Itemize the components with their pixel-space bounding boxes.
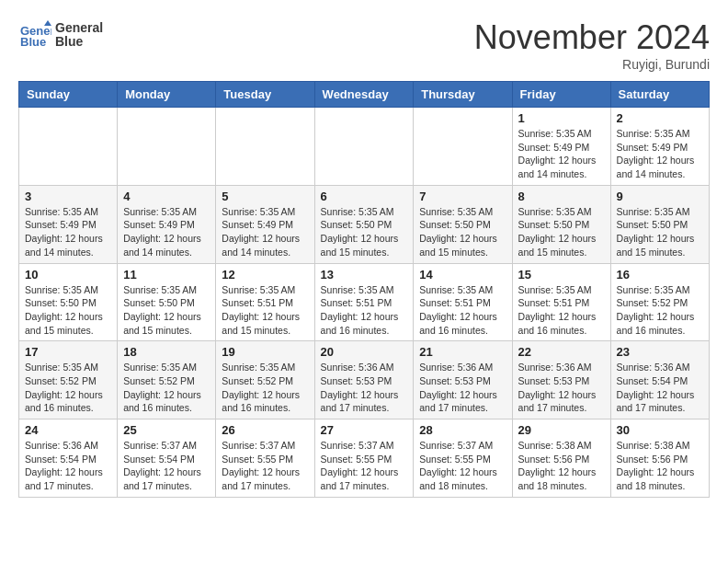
logo-line1: General — [55, 21, 103, 35]
calendar-cell: 2Sunrise: 5:35 AM Sunset: 5:49 PM Daylig… — [610, 108, 709, 186]
day-info: Sunrise: 5:35 AM Sunset: 5:52 PM Dayligh… — [222, 361, 308, 415]
day-number: 1 — [518, 111, 605, 125]
day-info: Sunrise: 5:35 AM Sunset: 5:52 PM Dayligh… — [123, 361, 210, 415]
calendar-cell: 1Sunrise: 5:35 AM Sunset: 5:49 PM Daylig… — [512, 108, 610, 186]
calendar-cell — [19, 108, 118, 186]
weekday-header-friday: Friday — [512, 82, 610, 108]
calendar-cell — [118, 108, 216, 186]
day-number: 22 — [518, 345, 605, 359]
calendar-cell: 10Sunrise: 5:35 AM Sunset: 5:50 PM Dayli… — [19, 263, 118, 341]
calendar-cell: 6Sunrise: 5:35 AM Sunset: 5:50 PM Daylig… — [314, 185, 414, 263]
calendar-cell: 27Sunrise: 5:37 AM Sunset: 5:55 PM Dayli… — [314, 419, 414, 498]
logo-text: General Blue — [55, 21, 103, 50]
day-number: 13 — [321, 268, 408, 282]
day-number: 24 — [25, 423, 111, 437]
calendar-cell: 21Sunrise: 5:36 AM Sunset: 5:53 PM Dayli… — [414, 341, 512, 419]
weekday-header-wednesday: Wednesday — [314, 82, 414, 108]
day-number: 8 — [518, 190, 605, 203]
calendar-cell: 25Sunrise: 5:37 AM Sunset: 5:54 PM Dayli… — [118, 419, 216, 498]
calendar-cell: 3Sunrise: 5:35 AM Sunset: 5:49 PM Daylig… — [19, 185, 118, 263]
calendar-cell: 17Sunrise: 5:35 AM Sunset: 5:52 PM Dayli… — [19, 341, 118, 419]
day-info: Sunrise: 5:36 AM Sunset: 5:53 PM Dayligh… — [518, 361, 605, 415]
day-number: 4 — [123, 190, 210, 203]
day-number: 19 — [222, 345, 308, 359]
calendar-cell: 19Sunrise: 5:35 AM Sunset: 5:52 PM Dayli… — [216, 341, 314, 419]
calendar-table: SundayMondayTuesdayWednesdayThursdayFrid… — [18, 81, 710, 498]
day-info: Sunrise: 5:35 AM Sunset: 5:50 PM Dayligh… — [518, 205, 605, 259]
location: Ruyigi, Burundi — [474, 57, 710, 72]
calendar-cell: 16Sunrise: 5:35 AM Sunset: 5:52 PM Dayli… — [610, 263, 709, 341]
calendar-cell — [314, 108, 414, 186]
day-info: Sunrise: 5:37 AM Sunset: 5:55 PM Dayligh… — [419, 439, 506, 493]
day-info: Sunrise: 5:35 AM Sunset: 5:50 PM Dayligh… — [419, 205, 506, 259]
day-number: 25 — [123, 423, 210, 437]
svg-marker-2 — [44, 20, 51, 26]
day-info: Sunrise: 5:35 AM Sunset: 5:50 PM Dayligh… — [617, 205, 703, 259]
title-section: November 2024 Ruyigi, Burundi — [474, 18, 710, 72]
day-number: 27 — [321, 423, 408, 437]
day-number: 17 — [25, 345, 111, 359]
day-info: Sunrise: 5:37 AM Sunset: 5:55 PM Dayligh… — [222, 439, 308, 493]
calendar-cell: 14Sunrise: 5:35 AM Sunset: 5:51 PM Dayli… — [414, 263, 512, 341]
calendar-week-3: 10Sunrise: 5:35 AM Sunset: 5:50 PM Dayli… — [19, 263, 710, 341]
day-info: Sunrise: 5:35 AM Sunset: 5:50 PM Dayligh… — [123, 283, 210, 338]
calendar-cell: 12Sunrise: 5:35 AM Sunset: 5:51 PM Dayli… — [216, 263, 314, 341]
calendar-cell: 20Sunrise: 5:36 AM Sunset: 5:53 PM Dayli… — [314, 341, 414, 419]
calendar-cell: 4Sunrise: 5:35 AM Sunset: 5:49 PM Daylig… — [118, 185, 216, 263]
calendar-week-1: 1Sunrise: 5:35 AM Sunset: 5:49 PM Daylig… — [19, 108, 710, 186]
day-number: 23 — [617, 345, 703, 359]
day-number: 2 — [617, 111, 703, 125]
day-info: Sunrise: 5:35 AM Sunset: 5:49 PM Dayligh… — [617, 127, 703, 181]
day-number: 26 — [222, 423, 308, 437]
calendar-cell: 13Sunrise: 5:35 AM Sunset: 5:51 PM Dayli… — [314, 263, 414, 341]
day-info: Sunrise: 5:35 AM Sunset: 5:49 PM Dayligh… — [222, 205, 308, 259]
day-info: Sunrise: 5:36 AM Sunset: 5:54 PM Dayligh… — [617, 361, 703, 415]
day-number: 10 — [25, 268, 111, 282]
day-info: Sunrise: 5:36 AM Sunset: 5:53 PM Dayligh… — [419, 361, 506, 415]
day-number: 5 — [222, 190, 308, 203]
weekday-header-row: SundayMondayTuesdayWednesdayThursdayFrid… — [19, 82, 710, 108]
day-info: Sunrise: 5:37 AM Sunset: 5:55 PM Dayligh… — [321, 439, 408, 493]
calendar-cell — [414, 108, 512, 186]
day-info: Sunrise: 5:35 AM Sunset: 5:49 PM Dayligh… — [25, 205, 111, 259]
calendar-cell: 9Sunrise: 5:35 AM Sunset: 5:50 PM Daylig… — [610, 185, 709, 263]
day-number: 18 — [123, 345, 210, 359]
day-number: 28 — [419, 423, 506, 437]
day-number: 7 — [419, 190, 506, 203]
day-info: Sunrise: 5:35 AM Sunset: 5:50 PM Dayligh… — [25, 283, 111, 338]
calendar-cell: 29Sunrise: 5:38 AM Sunset: 5:56 PM Dayli… — [512, 419, 610, 498]
calendar-cell: 22Sunrise: 5:36 AM Sunset: 5:53 PM Dayli… — [512, 341, 610, 419]
day-number: 16 — [617, 268, 703, 282]
calendar-cell: 11Sunrise: 5:35 AM Sunset: 5:50 PM Dayli… — [118, 263, 216, 341]
calendar-cell: 26Sunrise: 5:37 AM Sunset: 5:55 PM Dayli… — [216, 419, 314, 498]
day-number: 12 — [222, 268, 308, 282]
day-info: Sunrise: 5:35 AM Sunset: 5:51 PM Dayligh… — [518, 283, 605, 338]
logo-line2: Blue — [55, 35, 103, 49]
svg-text:Blue: Blue — [20, 35, 46, 49]
logo-icon: General Blue — [18, 18, 51, 52]
calendar-week-5: 24Sunrise: 5:36 AM Sunset: 5:54 PM Dayli… — [19, 419, 710, 498]
weekday-header-tuesday: Tuesday — [216, 82, 314, 108]
day-info: Sunrise: 5:36 AM Sunset: 5:53 PM Dayligh… — [321, 361, 408, 415]
day-number: 14 — [419, 268, 506, 282]
weekday-header-monday: Monday — [118, 82, 216, 108]
weekday-header-sunday: Sunday — [19, 82, 118, 108]
day-number: 9 — [617, 190, 703, 203]
day-info: Sunrise: 5:35 AM Sunset: 5:49 PM Dayligh… — [518, 127, 605, 181]
page-header: General Blue General Blue November 2024 … — [18, 18, 710, 72]
day-info: Sunrise: 5:35 AM Sunset: 5:51 PM Dayligh… — [222, 283, 308, 338]
day-number: 15 — [518, 268, 605, 282]
weekday-header-thursday: Thursday — [414, 82, 512, 108]
day-info: Sunrise: 5:35 AM Sunset: 5:50 PM Dayligh… — [321, 205, 408, 259]
calendar-cell: 5Sunrise: 5:35 AM Sunset: 5:49 PM Daylig… — [216, 185, 314, 263]
calendar-cell: 28Sunrise: 5:37 AM Sunset: 5:55 PM Dayli… — [414, 419, 512, 498]
weekday-header-saturday: Saturday — [610, 82, 709, 108]
day-number: 29 — [518, 423, 605, 437]
day-info: Sunrise: 5:35 AM Sunset: 5:52 PM Dayligh… — [617, 283, 703, 338]
day-number: 3 — [25, 190, 111, 203]
day-info: Sunrise: 5:35 AM Sunset: 5:51 PM Dayligh… — [321, 283, 408, 338]
calendar-cell — [216, 108, 314, 186]
calendar-week-4: 17Sunrise: 5:35 AM Sunset: 5:52 PM Dayli… — [19, 341, 710, 419]
calendar-cell: 15Sunrise: 5:35 AM Sunset: 5:51 PM Dayli… — [512, 263, 610, 341]
calendar-cell: 23Sunrise: 5:36 AM Sunset: 5:54 PM Dayli… — [610, 341, 709, 419]
